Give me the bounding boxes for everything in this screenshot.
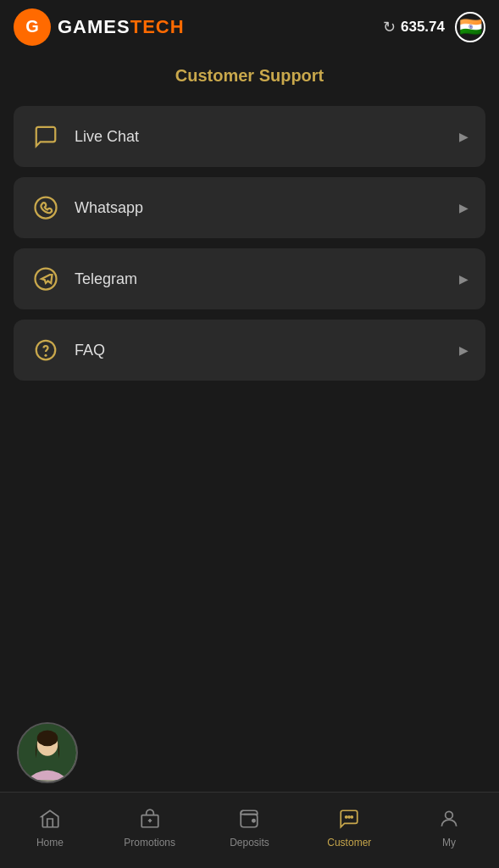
bottom-nav: Home Promotions Deposits xyxy=(0,792,499,868)
nav-customer[interactable]: Customer xyxy=(299,793,399,868)
live-chat-chevron: ▶ xyxy=(459,130,469,143)
svg-text:G: G xyxy=(25,17,39,36)
balance-amount: 635.74 xyxy=(401,19,445,36)
live-chat-icon xyxy=(30,121,61,152)
faq-label: FAQ xyxy=(75,342,105,359)
nav-deposits[interactable]: Deposits xyxy=(200,793,300,868)
telegram-chevron: ▶ xyxy=(459,272,469,286)
home-icon xyxy=(39,808,61,833)
page-title: Customer Support xyxy=(175,66,324,85)
svg-point-8 xyxy=(37,730,58,746)
logo-tech: TECH xyxy=(130,16,185,37)
svg-point-3 xyxy=(36,269,57,290)
nav-home[interactable]: Home xyxy=(0,793,100,868)
nav-home-label: Home xyxy=(36,837,64,849)
customer-icon xyxy=(338,808,360,833)
live-chat-left: Live Chat xyxy=(30,121,139,152)
logo-text: GAMESTECH xyxy=(58,16,185,38)
faq-chevron: ▶ xyxy=(459,343,469,357)
nav-promotions-label: Promotions xyxy=(124,837,175,849)
telegram-item[interactable]: Telegram ▶ xyxy=(14,248,485,309)
telegram-icon xyxy=(30,264,61,294)
svg-point-16 xyxy=(446,811,453,819)
logo: G GAMESTECH xyxy=(14,8,185,46)
whatsapp-item[interactable]: Whatsapp ▶ xyxy=(14,177,485,238)
nav-deposits-label: Deposits xyxy=(230,837,269,849)
my-icon xyxy=(438,808,460,833)
svg-point-12 xyxy=(252,819,255,821)
flag-avatar[interactable]: 🇮🇳 xyxy=(455,12,485,42)
header: G GAMESTECH ↻ 635.74 🇮🇳 xyxy=(0,0,499,54)
telegram-label: Telegram xyxy=(75,270,137,288)
header-right: ↻ 635.74 🇮🇳 xyxy=(383,12,485,42)
avatar-image xyxy=(19,724,76,782)
faq-icon xyxy=(30,335,61,365)
deposits-icon xyxy=(238,808,260,833)
telegram-left: Telegram xyxy=(30,264,137,294)
faq-left: FAQ xyxy=(30,335,105,365)
nav-my[interactable]: My xyxy=(399,793,499,868)
logo-icon: G xyxy=(14,8,51,46)
promotions-icon xyxy=(139,808,161,833)
balance-area[interactable]: ↻ 635.74 xyxy=(383,18,445,36)
nav-customer-label: Customer xyxy=(327,837,371,849)
whatsapp-left: Whatsapp xyxy=(30,192,143,223)
logo-games: GAMES xyxy=(58,16,130,37)
nav-my-label: My xyxy=(442,837,456,849)
floating-avatar xyxy=(17,722,78,783)
whatsapp-chevron: ▶ xyxy=(459,201,469,214)
refresh-icon[interactable]: ↻ xyxy=(383,18,396,36)
support-list: Live Chat ▶ Whatsapp ▶ Telegram xyxy=(0,99,499,387)
svg-point-14 xyxy=(348,815,350,817)
svg-point-13 xyxy=(346,815,347,817)
flag-emoji: 🇮🇳 xyxy=(459,16,482,38)
page-title-bar: Customer Support xyxy=(0,54,499,99)
whatsapp-icon xyxy=(30,192,61,223)
svg-point-15 xyxy=(351,815,352,817)
faq-item[interactable]: FAQ ▶ xyxy=(14,320,485,381)
live-chat-label: Live Chat xyxy=(75,128,139,146)
live-chat-item[interactable]: Live Chat ▶ xyxy=(14,106,485,167)
whatsapp-label: Whatsapp xyxy=(75,199,143,217)
nav-promotions[interactable]: Promotions xyxy=(100,793,200,868)
